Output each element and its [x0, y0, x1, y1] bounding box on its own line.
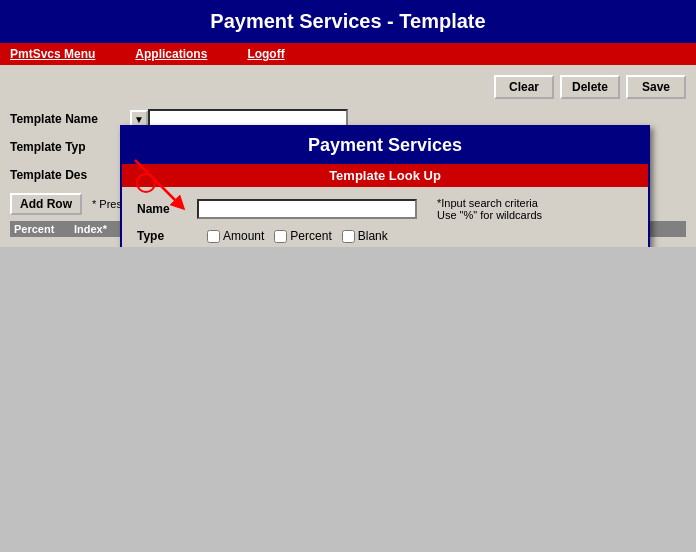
popup-percent-label: Percent — [290, 229, 331, 243]
nav-applications[interactable]: Applications — [135, 47, 207, 61]
popup-amount-label: Amount — [223, 229, 264, 243]
add-row-button[interactable]: Add Row — [10, 193, 82, 215]
template-name-label: Template Name — [10, 112, 130, 126]
popup-amount-checkbox[interactable] — [207, 230, 220, 243]
main-area: Clear Delete Save Template Name ▼ Templa… — [0, 65, 696, 247]
nav-logoff[interactable]: Logoff — [247, 47, 284, 61]
popup-name-input[interactable] — [197, 199, 417, 219]
nav-bar: PmtSvcs Menu Applications Logoff — [0, 43, 696, 65]
lookup-popup: Payment Services Template Look Up Name *… — [120, 125, 650, 247]
popup-type-amount[interactable]: Amount — [207, 229, 264, 243]
table-col-percent: Percent — [14, 223, 74, 235]
page-title: Payment Services - Template — [0, 0, 696, 43]
nav-pmtsvc-menu[interactable]: PmtSvcs Menu — [10, 47, 95, 61]
template-type-label: Template Typ — [10, 140, 130, 154]
popup-hint: *Input search criteria Use "%" for wildc… — [437, 197, 542, 221]
template-desc-label: Template Des — [10, 168, 130, 182]
popup-name-label: Name — [137, 202, 197, 216]
save-button[interactable]: Save — [626, 75, 686, 99]
popup-body: Name *Input search criteria Use "%" for … — [122, 187, 648, 247]
popup-subtitle: Template Look Up — [122, 164, 648, 187]
popup-type-label: Type — [137, 229, 197, 243]
popup-title: Payment Services — [122, 127, 648, 164]
popup-type-blank[interactable]: Blank — [342, 229, 388, 243]
popup-type-row: Type Amount Percent Blank — [137, 229, 633, 243]
popup-name-row: Name *Input search criteria Use "%" for … — [137, 197, 633, 221]
popup-type-percent[interactable]: Percent — [274, 229, 331, 243]
popup-blank-checkbox[interactable] — [342, 230, 355, 243]
clear-button[interactable]: Clear — [494, 75, 554, 99]
popup-blank-label: Blank — [358, 229, 388, 243]
delete-button[interactable]: Delete — [560, 75, 620, 99]
top-button-row: Clear Delete Save — [10, 75, 686, 99]
popup-percent-checkbox[interactable] — [274, 230, 287, 243]
